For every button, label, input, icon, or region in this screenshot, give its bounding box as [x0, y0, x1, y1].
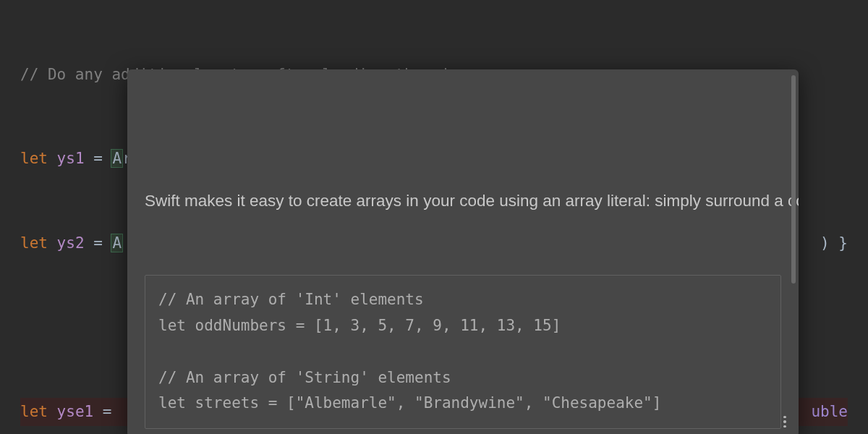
- documentation-content: Swift makes it easy to create arrays in …: [127, 126, 799, 434]
- documentation-popup[interactable]: Swift makes it easy to create arrays in …: [127, 69, 799, 434]
- code-editor[interactable]: // Do any additional setup after loading…: [0, 0, 868, 434]
- doc-code-example: // An array of 'Int' elements let oddNum…: [145, 275, 781, 428]
- popup-scrollbar[interactable]: [791, 75, 796, 284]
- more-options-icon[interactable]: [777, 414, 793, 430]
- doc-paragraph: Swift makes it easy to create arrays in …: [145, 189, 781, 213]
